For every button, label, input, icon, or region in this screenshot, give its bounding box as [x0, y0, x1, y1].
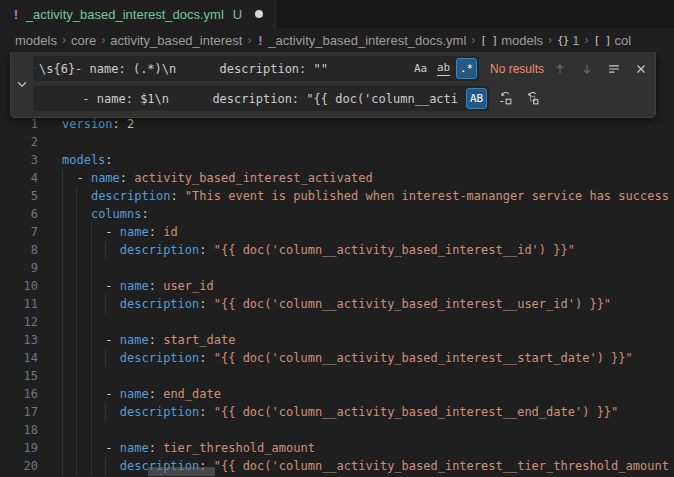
- tab-bar: ! _activity_based_interest_docs.yml U: [0, 0, 674, 28]
- indent-guide: [91, 259, 92, 277]
- line-number: 11: [0, 295, 38, 313]
- line-number: 18: [0, 421, 38, 439]
- code-line: 12: [0, 313, 674, 331]
- breadcrumb-item-1[interactable]: {}1: [557, 33, 579, 48]
- code-line: 6 columns:: [0, 205, 674, 223]
- code-line: 15: [0, 367, 674, 385]
- line-number: 16: [0, 385, 38, 403]
- indent-guide: [91, 421, 92, 439]
- match-case-toggle[interactable]: Aa: [410, 58, 431, 79]
- arrow-down-icon: [580, 62, 594, 76]
- line-number: 7: [0, 223, 38, 241]
- line-number: 6: [0, 205, 38, 223]
- breadcrumb-label: activity_based_interest: [110, 33, 242, 48]
- find-input[interactable]: [33, 56, 408, 81]
- git-status-badge: U: [233, 7, 242, 22]
- tab-activity-based-interest-docs[interactable]: ! _activity_based_interest_docs.yml U: [0, 0, 276, 28]
- breadcrumb-label: 1: [572, 33, 579, 48]
- line-number: 9: [0, 259, 38, 277]
- breadcrumb-item-_activity_based_interest_docs.yml[interactable]: !_activity_based_interest_docs.yml: [256, 33, 466, 48]
- code-line: 3models:: [0, 151, 674, 169]
- code-line-content: [62, 133, 674, 151]
- code-line: 20 description: "{{ doc('column__activit…: [0, 457, 674, 475]
- code-line-content: description: "{{ doc('column__activity_b…: [62, 295, 674, 313]
- line-number: 4: [0, 169, 38, 187]
- code-line-content: description: "This event is published wh…: [62, 187, 674, 205]
- code-line-content: description: "{{ doc('column__activity_b…: [62, 403, 674, 421]
- selection-lines-icon: [607, 62, 621, 76]
- replace-input[interactable]: [33, 86, 464, 111]
- code-line: 5 description: "This event is published …: [0, 187, 674, 205]
- line-number: 3: [0, 151, 38, 169]
- line-number: 17: [0, 403, 38, 421]
- breadcrumb-separator-icon: ›: [548, 33, 552, 47]
- indent-guide: [76, 259, 77, 277]
- breadcrumb-separator-icon: ›: [471, 33, 475, 47]
- tab-filename: _activity_based_interest_docs.yml: [26, 7, 224, 22]
- replace-row: AB: [33, 86, 649, 111]
- horizontal-scrollbar-thumb[interactable]: [148, 467, 215, 476]
- code-line-content: [62, 313, 674, 331]
- toggle-replace-button[interactable]: [11, 56, 33, 111]
- code-line: 14 description: "{{ doc('column__activit…: [0, 349, 674, 367]
- find-in-selection-button[interactable]: [603, 58, 625, 80]
- indent-guide: [76, 421, 77, 439]
- line-number: 8: [0, 241, 38, 259]
- find-row: Aa ab .* No results: [33, 56, 649, 81]
- breadcrumb-label: core: [71, 33, 96, 48]
- line-number: 20: [0, 457, 38, 475]
- breadcrumb-separator-icon: ›: [62, 33, 66, 47]
- code-line-content: - name: user_id: [62, 277, 674, 295]
- indent-guide: [91, 367, 92, 385]
- code-line: 4 - name: activity_based_interest_activa…: [0, 169, 674, 187]
- find-replace-widget: Aa ab .* No results: [10, 52, 656, 118]
- breadcrumb-item-core[interactable]: core: [71, 33, 96, 48]
- symbol-object-icon: {}: [557, 34, 568, 47]
- close-icon: [634, 62, 648, 76]
- indent-guide: [76, 313, 77, 331]
- whole-word-toggle[interactable]: ab: [433, 58, 454, 79]
- line-number: 13: [0, 331, 38, 349]
- line-number: 10: [0, 277, 38, 295]
- line-number: 19: [0, 439, 38, 457]
- replace-input-box: AB: [33, 86, 489, 111]
- modified-indicator-dot[interactable]: [255, 10, 263, 18]
- line-number: 15: [0, 367, 38, 385]
- editor-area[interactable]: Aa ab .* No results: [0, 52, 674, 477]
- code-line-content: - name: start_date: [62, 331, 674, 349]
- indent-guide: [62, 259, 63, 277]
- close-find-widget-button[interactable]: [630, 58, 652, 80]
- breadcrumb-item-models[interactable]: [ ]models: [480, 33, 543, 48]
- line-number: 2: [0, 133, 38, 151]
- find-results-status: No results: [490, 62, 544, 76]
- regex-toggle[interactable]: .*: [456, 58, 477, 79]
- code-line: 13 - name: start_date: [0, 331, 674, 349]
- code-line-content: - name: activity_based_interest_activate…: [62, 169, 674, 187]
- code-line-content: [62, 421, 674, 439]
- replace-all-button[interactable]: [521, 88, 543, 110]
- breadcrumb-item-activity_based_interest[interactable]: activity_based_interest: [110, 33, 242, 48]
- replace-button[interactable]: [494, 88, 516, 110]
- breadcrumb: models›core›activity_based_interest›!_ac…: [0, 28, 674, 52]
- symbol-array-icon: [ ]: [480, 34, 497, 47]
- code-line: 18: [0, 421, 674, 439]
- previous-match-button[interactable]: [549, 58, 571, 80]
- line-number: 14: [0, 349, 38, 367]
- indent-guide: [76, 367, 77, 385]
- code-line-content: [62, 259, 674, 277]
- code-line-content: - name: tier_threshold_amount: [62, 439, 674, 457]
- code-line: 7 - name: id: [0, 223, 674, 241]
- breadcrumb-item-col[interactable]: [ ]col: [594, 33, 632, 48]
- indent-guide: [62, 421, 63, 439]
- replace-all-icon: [525, 91, 540, 106]
- code-line-content: [62, 367, 674, 385]
- code-line: 11 description: "{{ doc('column__activit…: [0, 295, 674, 313]
- code-line: 8 description: "{{ doc('column__activity…: [0, 241, 674, 259]
- code-line: 19 - name: tier_threshold_amount: [0, 439, 674, 457]
- breadcrumb-item-models[interactable]: models: [15, 33, 57, 48]
- next-match-button[interactable]: [576, 58, 598, 80]
- breadcrumb-label: models: [15, 33, 57, 48]
- breadcrumb-label: _activity_based_interest_docs.yml: [268, 33, 466, 48]
- code-line: 16 - name: end_date: [0, 385, 674, 403]
- preserve-case-toggle[interactable]: AB: [466, 88, 487, 109]
